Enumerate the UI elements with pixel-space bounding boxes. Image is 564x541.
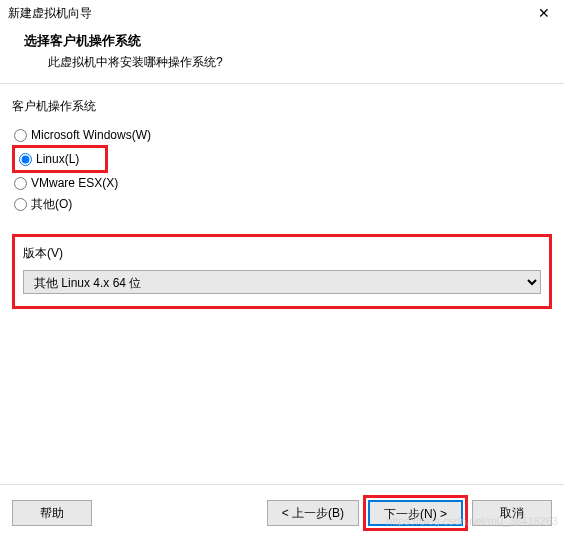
os-group-label: 客户机操作系统 (12, 98, 552, 115)
close-icon[interactable]: ✕ (532, 5, 556, 21)
footer: 帮助 < 上一步(B) 下一步(N) > 取消 (0, 484, 564, 541)
highlight-box-linux: Linux(L) (12, 145, 108, 173)
radio-linux-label: Linux(L) (36, 152, 79, 166)
os-radio-group: Microsoft Windows(W) Linux(L) VMware ESX… (12, 125, 552, 216)
content-area: 客户机操作系统 Microsoft Windows(W) Linux(L) VM… (0, 84, 564, 309)
help-button[interactable]: 帮助 (12, 500, 92, 526)
radio-other-input[interactable] (14, 198, 27, 211)
version-label: 版本(V) (23, 245, 541, 262)
radio-vmware-esx-label: VMware ESX(X) (31, 176, 118, 190)
window-title: 新建虚拟机向导 (8, 5, 92, 22)
radio-windows-input[interactable] (14, 129, 27, 142)
back-button[interactable]: < 上一步(B) (267, 500, 359, 526)
page-title: 选择客户机操作系统 (0, 32, 564, 50)
page-subtitle: 此虚拟机中将安装哪种操作系统? (0, 54, 564, 71)
next-button[interactable]: 下一步(N) > (368, 500, 463, 526)
radio-linux-input[interactable] (19, 153, 32, 166)
highlight-box-next: 下一步(N) > (363, 495, 468, 531)
version-select[interactable]: 其他 Linux 4.x 64 位 (23, 270, 541, 294)
radio-windows[interactable]: Microsoft Windows(W) (12, 125, 552, 145)
radio-other[interactable]: 其他(O) (12, 193, 552, 216)
radio-linux[interactable]: Linux(L) (17, 149, 81, 169)
cancel-button[interactable]: 取消 (472, 500, 552, 526)
wizard-header: 选择客户机操作系统 此虚拟机中将安装哪种操作系统? (0, 26, 564, 83)
radio-vmware-esx-input[interactable] (14, 177, 27, 190)
titlebar: 新建虚拟机向导 ✕ (0, 0, 564, 26)
radio-windows-label: Microsoft Windows(W) (31, 128, 151, 142)
radio-other-label: 其他(O) (31, 196, 72, 213)
version-section: 版本(V) 其他 Linux 4.x 64 位 (12, 234, 552, 309)
radio-vmware-esx[interactable]: VMware ESX(X) (12, 173, 552, 193)
